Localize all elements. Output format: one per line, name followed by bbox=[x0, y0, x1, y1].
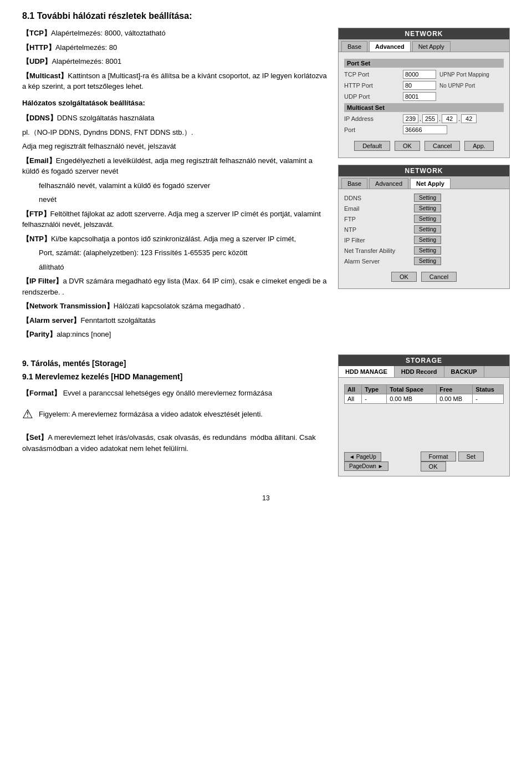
col-total: Total Space bbox=[387, 384, 437, 394]
tab-netapply-1[interactable]: Net Apply bbox=[412, 41, 451, 52]
warning-text: Figyelem: A merevlemez formázása a video… bbox=[39, 409, 263, 420]
ntp-label: NTP bbox=[344, 226, 411, 233]
para-alarm: 【Alarm server】Fenntartott szolgáltatás bbox=[22, 315, 327, 326]
ddns-row: DDNS Setting bbox=[344, 194, 504, 202]
port-set-header: Port Set bbox=[344, 59, 504, 68]
panel2-title: NETWORK bbox=[339, 165, 509, 176]
ftp-row: FTP Setting bbox=[344, 215, 504, 223]
storage-table: All Type Total Space Free Status All - 0… bbox=[344, 384, 504, 404]
tab-netapply-2[interactable]: Net Apply bbox=[410, 178, 451, 189]
network-panels-col: NETWORK Base Advanced Net Apply Port Set… bbox=[338, 28, 510, 343]
tcp-row: TCP Port UPNP Port Mapping bbox=[344, 70, 504, 79]
ddns-label: DDNS bbox=[344, 195, 411, 201]
alarmserver-setting-btn[interactable]: Setting bbox=[414, 257, 441, 265]
para-parity: 【Parity】alap:nincs [none] bbox=[22, 329, 327, 340]
panel2-buttons: OK Cancel bbox=[344, 270, 504, 284]
para-warning: ⚠ Figyelem: A merevlemez formázása a vid… bbox=[22, 405, 327, 423]
tcp-input[interactable] bbox=[403, 70, 436, 79]
ok-button-1[interactable]: OK bbox=[395, 141, 420, 151]
pageup-button[interactable]: ◄ PageUp bbox=[344, 452, 381, 461]
para-tcp: 【TCP】Alapértelmezés: 8000, változtatható bbox=[22, 28, 327, 39]
para-ipfilter: 【IP Filter】a DVR számára megadható egy l… bbox=[22, 276, 327, 297]
ip-octet-2[interactable] bbox=[422, 114, 438, 123]
cancel-button-1[interactable]: Cancel bbox=[424, 141, 460, 151]
tcp-label: TCP Port bbox=[344, 71, 400, 78]
nettransfer-setting-btn[interactable]: Setting bbox=[414, 246, 441, 255]
ftp-setting-btn[interactable]: Setting bbox=[414, 215, 441, 223]
udp-input[interactable] bbox=[403, 92, 436, 101]
tab-base-2[interactable]: Base bbox=[341, 178, 367, 189]
http-row: HTTP Port No UPNP Port bbox=[344, 81, 504, 90]
para-udp: 【UDP】Alapértelmezés: 8001 bbox=[22, 56, 327, 67]
tab-advanced-1[interactable]: Advanced bbox=[369, 41, 411, 52]
panel1-tabs: Base Advanced Net Apply bbox=[339, 39, 509, 52]
format-button[interactable]: Format bbox=[421, 452, 457, 461]
pagedown-button[interactable]: PageDown ► bbox=[344, 461, 388, 471]
col-all: All bbox=[345, 384, 362, 394]
nettransfer-row: Net Transfer Ability Setting bbox=[344, 246, 504, 255]
para-ntp2: Port, számát: (alaphelyzetben): 123 Fris… bbox=[39, 247, 327, 258]
panel1-buttons: Default OK Cancel App. bbox=[344, 139, 504, 153]
section9: 9. Tárolás, mentés [Storage] 9.1 Merevle… bbox=[22, 354, 510, 483]
port-input[interactable] bbox=[403, 125, 447, 134]
storage-title: STORAGE bbox=[339, 355, 509, 366]
ok-button-2[interactable]: OK bbox=[391, 272, 417, 282]
tab-backup[interactable]: BACKUP bbox=[444, 366, 484, 377]
email-row: Email Setting bbox=[344, 204, 504, 212]
para-ddns2: pl.（NO-IP DDNS, Dyndns DDNS, FNT DDNS st… bbox=[22, 127, 327, 138]
ipfilter-row: IP Filter Setting bbox=[344, 236, 504, 244]
tab-hdd-record[interactable]: HDD Record bbox=[395, 366, 444, 377]
ntp-setting-btn[interactable]: Setting bbox=[414, 225, 441, 234]
http-input[interactable] bbox=[403, 81, 436, 90]
udp-row: UDP Port bbox=[344, 92, 504, 101]
ddns-setting-btn[interactable]: Setting bbox=[414, 194, 441, 202]
tab-advanced-2[interactable]: Advanced bbox=[369, 178, 408, 189]
para-ntp3: állítható bbox=[39, 262, 327, 273]
para-http: 【HTTP】Alapértelmezés: 80 bbox=[22, 42, 327, 53]
section91-title: 9.1 Merevlemez kezelés [HDD Management] bbox=[22, 372, 327, 381]
col-status: Status bbox=[473, 384, 504, 394]
para-nettrans: 【Network Transmission】Hálózati kapcsolat… bbox=[22, 301, 327, 312]
pagination-row: ◄ PageUp PageDown ► Format Set OK bbox=[344, 452, 504, 471]
no-upnp-label: No UPNP Port bbox=[439, 83, 475, 89]
ip-octet-1[interactable] bbox=[403, 114, 418, 123]
para-ftp: felhasználó nevét, valamint a küldő és f… bbox=[39, 180, 327, 191]
default-button[interactable]: Default bbox=[354, 141, 390, 151]
page-number: 13 bbox=[22, 494, 510, 502]
cell-free: 0.00 MB bbox=[437, 394, 473, 403]
section9-title: 9. Tárolás, mentés [Storage] bbox=[22, 359, 327, 368]
udp-label: UDP Port bbox=[344, 93, 400, 100]
tab-base-1[interactable]: Base bbox=[341, 41, 367, 52]
panel1-title: NETWORK bbox=[339, 28, 509, 39]
storage-tabs: HDD MANAGE HDD Record BACKUP bbox=[339, 366, 509, 378]
email-setting-btn[interactable]: Setting bbox=[414, 204, 441, 212]
panel1-body: Port Set TCP Port UPNP Port Mapping HTTP… bbox=[339, 52, 509, 158]
col-type: Type bbox=[362, 384, 387, 394]
para-email: 【Email】Engedélyezheti a levélküldést, ad… bbox=[22, 155, 327, 177]
port-row: Port bbox=[344, 125, 504, 134]
ip-address-label: IP Address bbox=[344, 115, 400, 122]
network-panel-1: NETWORK Base Advanced Net Apply Port Set… bbox=[338, 28, 510, 158]
set-button[interactable]: Set bbox=[458, 452, 484, 461]
nettransfer-label: Net Transfer Ability bbox=[344, 247, 411, 254]
ip-octet-3[interactable] bbox=[442, 114, 457, 123]
para-ddns: 【DDNS】DDNS szolgáltatás használata bbox=[22, 113, 327, 124]
ip-octet-4[interactable] bbox=[461, 114, 477, 123]
ok-button-storage[interactable]: OK bbox=[421, 461, 446, 471]
cancel-button-2[interactable]: Cancel bbox=[421, 272, 457, 282]
storage-body: All Type Total Space Free Status All - 0… bbox=[339, 378, 509, 476]
section9-text: 9. Tárolás, mentés [Storage] 9.1 Merevle… bbox=[22, 354, 327, 483]
panel2-body: DDNS Setting Email Setting FTP Setting N… bbox=[339, 189, 509, 288]
app-button[interactable]: App. bbox=[464, 141, 494, 151]
tab-hdd-manage[interactable]: HDD MANAGE bbox=[339, 366, 395, 377]
http-label: HTTP Port bbox=[344, 82, 400, 89]
main-title: 8.1 További hálózati részletek beállítás… bbox=[22, 11, 510, 21]
ipfilter-setting-btn[interactable]: Setting bbox=[414, 236, 441, 244]
para-multicast: 【Multicast】Kattintson a [Multicast]-ra é… bbox=[22, 70, 327, 92]
storage-panel: STORAGE HDD MANAGE HDD Record BACKUP All… bbox=[338, 354, 510, 476]
para-ntp: 【NTP】Ki/be kapcsolhatja a pontos idő szi… bbox=[22, 234, 327, 245]
upnp-label: UPNP Port Mapping bbox=[439, 72, 489, 78]
multicast-header: Multicast Set bbox=[344, 103, 504, 112]
empty-space bbox=[344, 404, 504, 448]
alarmserver-row: Alarm Server Setting bbox=[344, 257, 504, 265]
